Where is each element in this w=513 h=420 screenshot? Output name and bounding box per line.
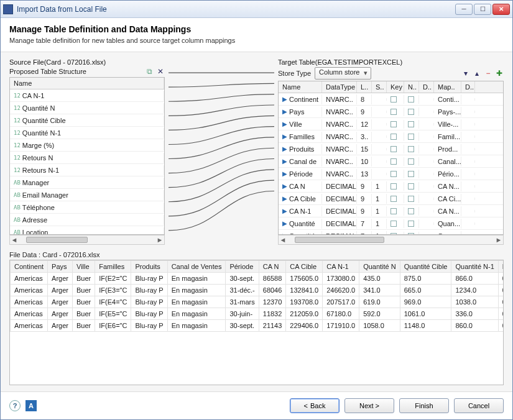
key-checkbox[interactable] [391,221,397,227]
target-row[interactable]: ▶VilleNVARC..12Ville-... [279,118,503,130]
target-row[interactable]: ▶QuantitéDECIMAL71Quan... [279,217,503,230]
n-checkbox[interactable] [408,121,414,127]
key-checkbox[interactable] [391,196,397,202]
key-checkbox[interactable] [391,146,397,152]
filedata-header[interactable]: Continent [11,261,48,273]
target-row[interactable]: ▶FamillesNVARC..3..Famil... [279,130,503,143]
key-checkbox[interactable] [391,96,397,103]
add-column-icon[interactable]: ✚ [495,69,504,78]
filedata-header[interactable]: Pays [48,261,73,273]
key-checkbox[interactable] [391,183,397,189]
maximize-button[interactable] [474,4,491,15]
n-checkbox[interactable] [408,183,414,189]
target-header[interactable]: D.. [419,81,434,93]
target-header[interactable]: S.. [372,81,387,93]
target-row[interactable]: ▶PériodeNVARC..13Pério... [279,168,503,180]
filedata-row[interactable]: AmericasArgerBuerIF(E2="CBlu-ray PEn mag… [11,273,504,285]
source-subtitle-row: Proposed Table Structure ⧉ ✕ [9,67,165,76]
next-button[interactable]: Next > [344,398,394,413]
help-icon[interactable]: ? [9,400,21,411]
target-row[interactable]: ▶CA NDECIMAL91CA N... [279,180,503,193]
key-checkbox[interactable] [391,121,397,127]
filedata-header[interactable]: CA Cible [286,261,323,273]
structure-clear-icon[interactable]: ✕ [156,67,165,76]
n-checkbox[interactable] [408,96,414,103]
filedata-header[interactable]: Canal de Ventes [167,261,226,273]
source-row[interactable]: 12Quantité Cible [10,114,164,127]
source-row[interactable]: ABTéléphone [10,201,164,214]
n-checkbox[interactable] [408,196,414,202]
target-row[interactable]: ▶Canal deNVARC..10Canal... [279,155,503,168]
filedata-header[interactable]: CA N-1 [323,261,359,273]
finish-button[interactable]: Finish [399,398,449,413]
n-checkbox[interactable] [408,171,414,177]
source-row[interactable]: 12Quantité N-1 [10,127,164,139]
n-checkbox[interactable] [408,158,414,165]
filedata-row[interactable]: AmericasArgerBuerIF(E3="CBlu-ray PEn mag… [11,285,504,296]
source-list[interactable]: Name 12CA N-112Quantité N12Quantité Cibl… [9,77,165,235]
filedata-header[interactable]: Produits [131,261,167,273]
key-checkbox[interactable] [391,171,397,177]
filedata-row[interactable]: AmericasArgerBuerIF(E6="CBlu-ray PEn mag… [11,320,504,332]
filedata-header[interactable]: CA N [259,261,286,273]
target-header[interactable]: Map.. [434,81,461,93]
key-checkbox[interactable] [391,134,397,140]
source-row[interactable]: 12Retours N [10,152,164,164]
target-header[interactable]: L.. [357,81,372,93]
target-row[interactable]: ▶PaysNVARC..9Pays-... [279,106,503,118]
target-row[interactable]: ▶ContinentNVARC..8Conti... [279,93,503,106]
remove-column-icon[interactable]: − [484,69,492,78]
move-down-icon[interactable]: ▾ [461,69,470,78]
target-list[interactable]: NameDataTypeL..S..KeyN..D..Map..D..▶Cont… [278,81,504,235]
target-row[interactable]: ▶ProduitsNVARC..15Prod... [279,143,503,155]
filedata-header[interactable]: Familles [95,261,131,273]
source-hscroll[interactable]: ◄► [9,235,165,245]
target-row[interactable]: ▶CA CibleDECIMAL91CA Ci... [279,193,503,205]
cancel-button[interactable]: Cancel [454,398,504,413]
target-header[interactable]: Name [279,81,322,93]
source-row[interactable]: ABLocation [10,226,164,235]
target-row[interactable]: ▶QuantitéDECIMAL71Quan... [279,230,503,235]
target-hscroll[interactable]: ◄► [278,235,504,245]
n-checkbox[interactable] [408,134,414,140]
filedata-header[interactable]: Ville [73,261,95,273]
source-row[interactable]: ABAdresse [10,214,164,226]
target-row[interactable]: ▶CA N-1DECIMAL91CA N... [279,205,503,217]
key-checkbox[interactable] [391,109,397,115]
key-checkbox[interactable] [391,208,397,214]
file-data-grid[interactable]: ContinentPaysVilleFamillesProduitsCanal … [9,260,504,385]
filedata-header[interactable]: Période [226,261,259,273]
target-header[interactable]: Key [387,81,404,93]
n-checkbox[interactable] [408,109,414,115]
source-row[interactable]: ABEmail Manager [10,189,164,201]
filedata-header[interactable]: Quantité N-1 [451,261,498,273]
target-header[interactable]: DataType [322,81,357,93]
target-header[interactable]: D.. [461,81,475,93]
structure-tree-icon[interactable]: ⧉ [145,67,154,76]
source-title: Source File(Card - 072016.xlsx) [9,58,165,66]
filedata-row[interactable]: AmericasArgerBuerIF(E4="CBlu-ray PEn mag… [11,296,504,308]
back-button[interactable]: < Back [290,398,340,413]
target-header[interactable]: N.. [404,81,419,93]
source-row[interactable]: 12Retours N-1 [10,164,164,176]
source-panel: Source File(Card - 072016.xlsx) Proposed… [9,58,165,245]
source-row[interactable]: ABManager [10,176,164,189]
assist-icon[interactable]: A [25,400,37,411]
filedata-header[interactable]: Quantité Cible [400,261,451,273]
store-type-select[interactable]: Column store [315,67,371,80]
filedata-row[interactable]: AmericasArgerBuerIF(E5="CBlu-ray PEn mag… [11,308,504,320]
n-checkbox[interactable] [408,208,414,214]
source-row[interactable]: 12Marge (%) [10,139,164,152]
filedata-header[interactable]: Quantité N [359,261,400,273]
n-checkbox[interactable] [408,221,414,227]
key-checkbox[interactable] [391,158,397,165]
move-up-icon[interactable]: ▴ [473,69,481,78]
source-row[interactable]: 12CA N-1 [10,89,164,102]
file-data-title: File Data : Card - 072016.xlsx [9,251,504,258]
n-checkbox[interactable] [408,146,414,152]
close-button[interactable] [492,4,510,15]
filedata-header[interactable]: M [498,261,504,273]
minimize-button[interactable] [455,4,473,15]
titlebar[interactable]: Import Data from Local File [1,1,512,18]
source-row[interactable]: 12Quantité N [10,102,164,114]
